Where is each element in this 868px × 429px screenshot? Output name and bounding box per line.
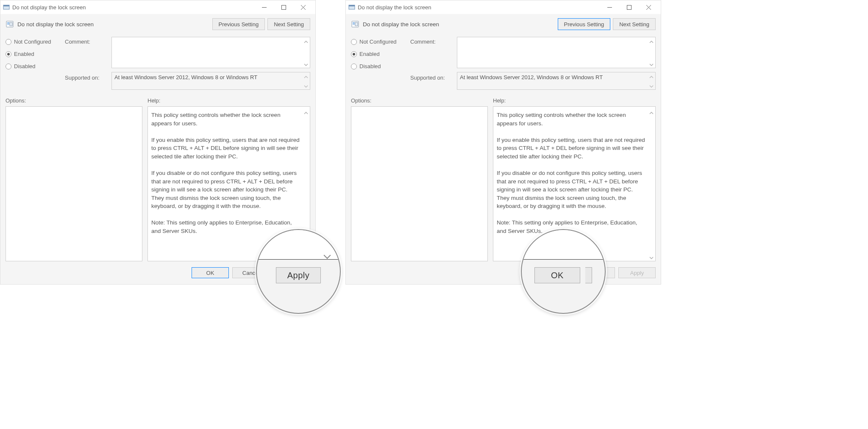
radio-not-configured[interactable]: Not Configured — [6, 39, 61, 45]
svg-rect-3 — [281, 5, 286, 9]
help-label: Help: — [493, 97, 656, 104]
options-panel — [6, 106, 142, 261]
radio-not-configured[interactable]: Not Configured — [351, 39, 406, 45]
titlebar: Do not display the lock screen — [346, 0, 661, 14]
comment-textarea[interactable] — [111, 37, 310, 68]
radio-disabled[interactable]: Disabled — [351, 63, 406, 69]
radio-label: Enabled — [359, 51, 380, 57]
svg-rect-18 — [353, 24, 355, 25]
svg-rect-8 — [7, 24, 9, 25]
supported-on-box: At least Windows Server 2012, Windows 8 … — [111, 72, 310, 90]
chevron-up-icon[interactable] — [649, 109, 654, 113]
header-row: Do not display the lock screen Previous … — [0, 14, 315, 33]
policy-title: Do not display the lock screen — [17, 21, 209, 28]
help-text: If you disable or do not configure this … — [497, 169, 647, 210]
policy-title: Do not display the lock screen — [363, 21, 554, 28]
chevron-down-icon[interactable] — [649, 62, 654, 66]
supported-label: Supported on: — [65, 72, 107, 81]
radio-disabled[interactable]: Disabled — [6, 63, 61, 69]
window-icon — [3, 4, 10, 11]
chevron-up-icon — [649, 74, 654, 78]
svg-rect-1 — [3, 5, 9, 6]
close-button[interactable] — [639, 0, 658, 14]
policy-icon — [351, 20, 359, 28]
supported-label: Supported on: — [410, 72, 453, 81]
radio-label: Not Configured — [359, 39, 396, 45]
chevron-up-icon[interactable] — [304, 109, 308, 113]
window-icon — [348, 4, 355, 11]
state-radio-group: Not Configured Enabled Disabled — [6, 37, 61, 69]
options-label: Options: — [6, 97, 142, 104]
radio-enabled[interactable]: Enabled — [6, 51, 61, 57]
options-panel — [351, 106, 488, 261]
radio-label: Disabled — [359, 63, 381, 69]
chevron-down-icon[interactable] — [649, 254, 654, 258]
svg-rect-13 — [627, 5, 631, 9]
titlebar: Do not display the lock screen — [0, 0, 315, 14]
policy-icon — [6, 20, 14, 28]
radio-label: Enabled — [14, 51, 34, 57]
window-buttons — [600, 0, 658, 14]
maximize-button[interactable] — [274, 0, 293, 14]
chevron-up-icon[interactable] — [649, 39, 654, 43]
help-label: Help: — [147, 97, 310, 104]
help-text: Note: This setting only applies to Enter… — [151, 219, 301, 235]
comment-textarea[interactable] — [457, 37, 656, 68]
svg-rect-7 — [7, 22, 9, 23]
window-title: Do not display the lock screen — [12, 4, 254, 11]
ok-button-zoom[interactable]: OK — [534, 267, 580, 283]
supported-on-text: At least Windows Server 2012, Windows 8 … — [114, 74, 257, 80]
gpedit-dialog-right: Do not display the lock screen Do not di… — [345, 0, 661, 285]
window-title: Do not display the lock screen — [358, 4, 600, 11]
gpedit-dialog-left: Do not display the lock screen Do not di… — [0, 0, 316, 285]
adjacent-button-slice — [585, 267, 592, 283]
chevron-up-icon[interactable] — [304, 39, 308, 43]
comment-label: Comment: — [65, 37, 107, 69]
maximize-button[interactable] — [619, 0, 639, 14]
svg-rect-17 — [353, 22, 355, 23]
close-button[interactable] — [293, 0, 313, 14]
options-label: Options: — [351, 97, 488, 104]
chevron-down-icon — [649, 83, 654, 88]
help-text: This policy setting controls whether the… — [497, 111, 647, 127]
help-text: If you disable or do not configure this … — [151, 169, 301, 210]
apply-button-zoom[interactable]: Apply — [276, 267, 321, 283]
svg-rect-9 — [10, 22, 12, 26]
zoom-callout-ok: OK — [521, 229, 606, 314]
minimize-button[interactable] — [600, 0, 619, 14]
state-radio-group: Not Configured Enabled Disabled — [351, 37, 406, 69]
next-setting-button[interactable]: Next Setting — [267, 18, 310, 30]
ok-button[interactable]: OK — [192, 267, 229, 278]
supported-on-text: At least Windows Server 2012, Windows 8 … — [460, 74, 603, 80]
apply-button[interactable]: Apply — [618, 267, 656, 278]
radio-label: Not Configured — [14, 39, 51, 45]
minimize-button[interactable] — [254, 0, 274, 14]
zoom-callout-apply: Apply — [256, 229, 341, 314]
help-text: This policy setting controls whether the… — [151, 111, 301, 127]
comment-label: Comment: — [410, 37, 453, 69]
chevron-up-icon — [304, 74, 308, 78]
chevron-down-icon — [304, 83, 308, 88]
previous-setting-button[interactable]: Previous Setting — [558, 18, 611, 30]
help-text: If you enable this policy setting, users… — [151, 136, 301, 161]
dialog-footer: OK Cancel Apply — [346, 267, 661, 284]
next-setting-button[interactable]: Next Setting — [613, 18, 656, 30]
radio-enabled[interactable]: Enabled — [351, 51, 406, 57]
radio-label: Disabled — [14, 63, 36, 69]
header-row: Do not display the lock screen Previous … — [346, 14, 661, 33]
svg-rect-11 — [349, 5, 355, 6]
chevron-down-icon[interactable] — [304, 62, 308, 66]
supported-on-box: At least Windows Server 2012, Windows 8 … — [457, 72, 656, 90]
svg-rect-19 — [355, 22, 358, 26]
help-text: If you enable this policy setting, users… — [497, 136, 647, 161]
previous-setting-button[interactable]: Previous Setting — [212, 18, 265, 30]
window-buttons — [254, 0, 313, 14]
